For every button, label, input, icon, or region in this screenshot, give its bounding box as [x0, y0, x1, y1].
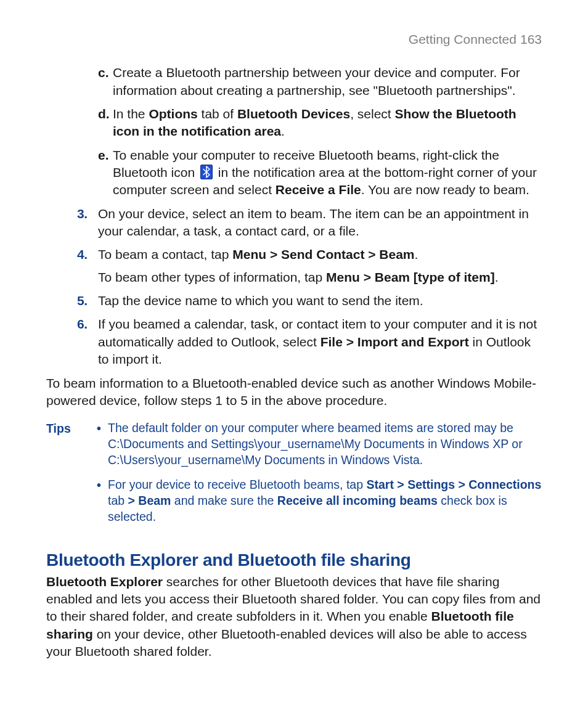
tips-block: Tips •The default folder on your compute…: [46, 420, 542, 534]
tips-label: Tips: [46, 420, 97, 534]
section-body: Bluetooth Explorer searches for other Bl…: [46, 573, 542, 661]
section-name: Getting Connected: [409, 32, 517, 46]
step-item: 6.If you beamed a calendar, task, or con…: [77, 316, 542, 368]
step-marker: 4.: [77, 246, 98, 286]
tip-body: The default folder on your computer wher…: [108, 420, 542, 468]
substep-body: In the Options tab of Bluetooth Devices,…: [113, 105, 542, 141]
substep-item: d.In the Options tab of Bluetooth Device…: [98, 105, 542, 141]
page: Getting Connected163 c.Create a Bluetoot…: [0, 0, 588, 723]
substep-body: Create a Bluetooth partnership between y…: [113, 64, 542, 99]
page-number: 163: [520, 32, 542, 46]
step-list: 3.On your device, select an item to beam…: [77, 205, 542, 369]
step-body: Tap the device name to which you want to…: [98, 292, 542, 309]
step-marker: 3.: [77, 205, 98, 240]
step-body: On your device, select an item to beam. …: [98, 205, 542, 240]
substep-list: c.Create a Bluetooth partnership between…: [98, 64, 542, 198]
bullet-icon: •: [97, 420, 108, 468]
tip-item: •The default folder on your computer whe…: [97, 420, 542, 468]
step-marker: 6.: [77, 316, 98, 368]
step-body: If you beamed a calendar, task, or conta…: [98, 316, 542, 368]
bluetooth-icon: [200, 165, 213, 179]
step-marker: 5.: [77, 292, 98, 309]
running-header: Getting Connected163: [46, 31, 542, 48]
substep-item: e.To enable your computer to receive Blu…: [98, 147, 542, 199]
tips-list: •The default folder on your computer whe…: [97, 420, 542, 534]
step-item: 5.Tap the device name to which you want …: [77, 292, 542, 309]
tip-body: For your device to receive Bluetooth bea…: [108, 477, 542, 525]
closing-paragraph: To beam information to a Bluetooth-enabl…: [46, 375, 542, 410]
substep-marker: c.: [98, 64, 113, 99]
substep-marker: d.: [98, 105, 113, 141]
substep-body: To enable your computer to receive Bluet…: [113, 147, 542, 199]
section-heading: Bluetooth Explorer and Bluetooth file sh…: [46, 549, 542, 572]
substep-item: c.Create a Bluetooth partnership between…: [98, 64, 542, 99]
step-item: 3.On your device, select an item to beam…: [77, 205, 542, 240]
step-body: To beam a contact, tap Menu > Send Conta…: [98, 246, 542, 286]
bullet-icon: •: [97, 477, 108, 525]
step-item: 4.To beam a contact, tap Menu > Send Con…: [77, 246, 542, 286]
substep-marker: e.: [98, 147, 113, 199]
tip-item: •For your device to receive Bluetooth be…: [97, 477, 542, 525]
